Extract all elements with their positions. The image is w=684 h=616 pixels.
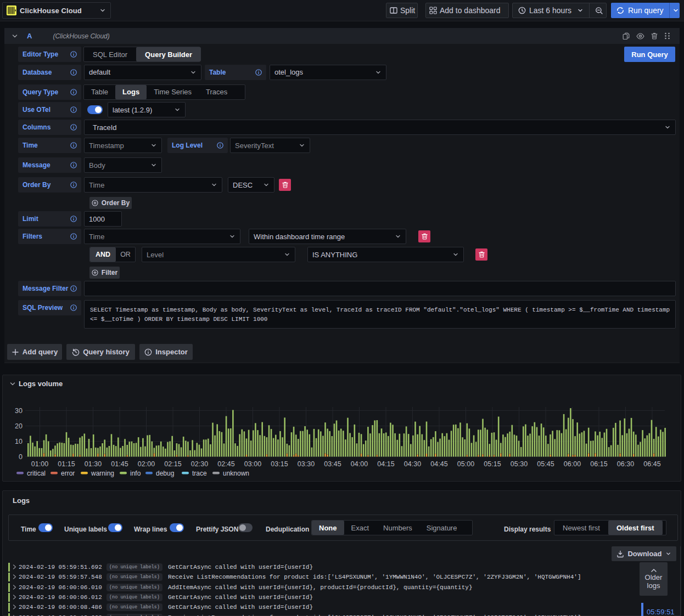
svg-text:02:30: 02:30 <box>191 460 208 468</box>
svg-text:0: 0 <box>19 453 23 461</box>
svg-text:02:15: 02:15 <box>164 460 181 468</box>
svg-text:03:30: 03:30 <box>298 460 315 468</box>
svg-text:warning: warning <box>91 470 114 477</box>
svg-text:30: 30 <box>15 407 23 415</box>
svg-text:03:45: 03:45 <box>324 460 341 468</box>
svg-text:01:15: 01:15 <box>58 460 75 468</box>
svg-text:01:45: 01:45 <box>111 460 128 468</box>
svg-text:05:30: 05:30 <box>511 460 528 468</box>
svg-text:info: info <box>130 470 141 477</box>
svg-text:critical: critical <box>27 470 46 477</box>
svg-text:debug: debug <box>156 470 174 477</box>
svg-text:06:45: 06:45 <box>643 460 660 468</box>
svg-text:03:15: 03:15 <box>271 460 288 468</box>
svg-text:unknown: unknown <box>223 470 249 477</box>
svg-text:06:00: 06:00 <box>564 460 581 468</box>
svg-text:03:00: 03:00 <box>244 460 261 468</box>
svg-text:06:15: 06:15 <box>590 460 607 468</box>
svg-text:05:45: 05:45 <box>537 460 554 468</box>
svg-text:10: 10 <box>15 438 23 445</box>
svg-text:05:00: 05:00 <box>457 460 474 468</box>
svg-text:04:30: 04:30 <box>404 460 421 468</box>
svg-text:trace: trace <box>192 470 207 477</box>
svg-text:06:30: 06:30 <box>617 460 634 468</box>
svg-text:05:15: 05:15 <box>484 460 501 468</box>
svg-text:01:00: 01:00 <box>31 460 48 468</box>
svg-text:04:00: 04:00 <box>351 460 368 468</box>
svg-text:20: 20 <box>15 422 23 430</box>
svg-text:02:00: 02:00 <box>138 460 155 468</box>
svg-text:error: error <box>61 470 75 477</box>
svg-text:02:45: 02:45 <box>217 460 234 468</box>
svg-text:04:45: 04:45 <box>430 460 447 468</box>
svg-text:04:15: 04:15 <box>377 460 394 468</box>
svg-text:01:30: 01:30 <box>85 460 102 468</box>
